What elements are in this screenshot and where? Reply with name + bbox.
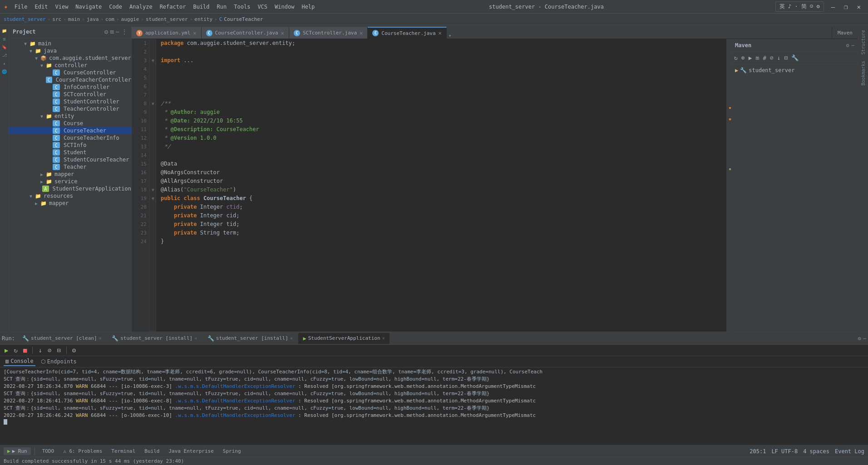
favorites-icon[interactable]: ★ bbox=[1, 60, 8, 67]
sidebar-settings-icon[interactable]: ⚙ bbox=[104, 28, 108, 35]
run-tab-close-4[interactable]: ✕ bbox=[382, 335, 385, 341]
tab-sct-ctrl[interactable]: C SCTcontroller.java ✕ bbox=[289, 27, 368, 39]
structure-icon[interactable]: ≡ bbox=[1, 35, 8, 43]
tab-close-cc[interactable]: ✕ bbox=[281, 30, 284, 36]
spring-btn[interactable]: Spring bbox=[219, 447, 245, 455]
run-stop-btn[interactable]: ■ bbox=[21, 346, 29, 355]
status-indent[interactable]: 4 spaces bbox=[803, 448, 829, 455]
fold-marker-3[interactable]: ▼ bbox=[150, 56, 156, 65]
minimize-button[interactable]: — bbox=[828, 2, 838, 11]
console-tab-console[interactable]: ▥ Console bbox=[4, 357, 35, 366]
right-vtab-bookmarks[interactable]: Bookmarks bbox=[860, 58, 867, 88]
menu-file[interactable]: File bbox=[12, 3, 30, 11]
tree-item-course-teacher[interactable]: C CourseTeacher bbox=[9, 127, 131, 134]
tree-item-resources[interactable]: ▼ 📁 resources bbox=[9, 192, 131, 200]
maven-item-student-server[interactable]: ▶ 🔧 student_server bbox=[733, 66, 856, 74]
tab-dropdown[interactable]: ▾ bbox=[449, 33, 452, 39]
run-settings-btn[interactable]: ⚙ bbox=[70, 346, 78, 355]
breadcrumb-project[interactable]: student_server bbox=[4, 16, 46, 22]
tab-close-ct[interactable]: ✕ bbox=[439, 30, 442, 36]
run-scroll-end-btn[interactable]: ↓ bbox=[36, 346, 44, 355]
tree-item-teacher-ctrl[interactable]: C TeacherController bbox=[9, 105, 131, 113]
run-tab-2[interactable]: 🔧 student_server [install] ✕ bbox=[107, 333, 202, 344]
maximize-button[interactable]: ❐ bbox=[840, 2, 851, 11]
sidebar-gear-icon[interactable]: ⋮ bbox=[121, 28, 128, 35]
tree-item-info-ctrl[interactable]: C InfoController bbox=[9, 83, 131, 91]
tree-item-controller[interactable]: ▼ 📁 controller bbox=[9, 62, 131, 69]
tree-item-teacher[interactable]: C Teacher bbox=[9, 163, 131, 171]
right-vtab-structure[interactable]: Structure bbox=[860, 27, 867, 57]
run-tab-1[interactable]: 🔧 student_server [clean] ✕ bbox=[18, 333, 106, 344]
breadcrumb-com[interactable]: com bbox=[105, 16, 114, 22]
build-btn[interactable]: Build bbox=[141, 447, 163, 455]
tab-course-teacher[interactable]: C CourseTeacher.java ✕ bbox=[368, 27, 446, 39]
bookmarks-icon[interactable]: 🔖 bbox=[1, 44, 8, 51]
sidebar-collapse-icon[interactable]: − bbox=[116, 28, 119, 35]
menu-edit[interactable]: Edit bbox=[32, 3, 51, 11]
status-line-col[interactable]: 205:1 bbox=[750, 448, 766, 455]
menu-build[interactable]: Build bbox=[190, 3, 212, 11]
menu-navigate[interactable]: Navigate bbox=[73, 3, 104, 11]
breadcrumb-main[interactable]: main bbox=[68, 16, 80, 22]
maven-refresh-btn[interactable]: ↻ bbox=[733, 54, 739, 62]
tree-item-entity[interactable]: ▼ 📁 entity bbox=[9, 113, 131, 120]
maven-skip-test-btn[interactable]: # ⊘ bbox=[762, 54, 774, 62]
maven-settings-icon[interactable]: ⚙ bbox=[846, 42, 849, 49]
project-icon[interactable]: 📁 bbox=[1, 27, 8, 34]
tab-course-ctrl[interactable]: C CourseController.java ✕ bbox=[202, 27, 289, 39]
tree-item-course-controller[interactable]: C CourseController bbox=[9, 69, 131, 76]
menu-vcs[interactable]: VCS bbox=[255, 3, 270, 11]
maven-debug-btn[interactable]: m bbox=[755, 54, 760, 62]
tree-item-app[interactable]: A StudentServerApplication bbox=[9, 185, 131, 192]
run-tab-close-3[interactable]: ✕ bbox=[290, 335, 293, 341]
bottom-settings-icon[interactable]: ⚙ bbox=[858, 335, 861, 342]
code-content[interactable]: package com.auggie.student_server.entity… bbox=[156, 39, 726, 332]
run-tab-3[interactable]: 🔧 student_server [install] ✕ bbox=[203, 333, 298, 344]
java-enterprise-btn[interactable]: Java Enterprise bbox=[165, 447, 217, 455]
menu-view[interactable]: View bbox=[52, 3, 71, 11]
tree-item-res-mapper[interactable]: ▶ 📁 mapper bbox=[9, 200, 131, 207]
tree-item-sct-ctrl[interactable]: C SCTcontroller bbox=[9, 91, 131, 98]
maven-search-btn[interactable]: 🔧 bbox=[790, 54, 799, 62]
problems-btn[interactable]: ⚠ 6: Problems bbox=[59, 447, 106, 455]
tree-item-ct-info[interactable]: C CourseTeacherInfo bbox=[9, 134, 131, 142]
menu-help[interactable]: Help bbox=[299, 3, 317, 11]
maven-add-btn[interactable]: ⊕ bbox=[740, 54, 746, 62]
tree-item-package[interactable]: ▼ 📦 com.auggie.student_server bbox=[9, 54, 131, 62]
fold-marker-18[interactable]: ▼ bbox=[150, 186, 156, 194]
tree-item-sct-info[interactable]: C SCTInfo bbox=[9, 142, 131, 149]
fold-marker-8[interactable]: ▼ bbox=[150, 99, 156, 108]
menu-window[interactable]: Window bbox=[272, 3, 297, 11]
menu-run[interactable]: Run bbox=[214, 3, 230, 11]
tree-item-course-teacher-ctrl[interactable]: C CourseTeacherController bbox=[9, 76, 131, 83]
menu-refactor[interactable]: Refactor bbox=[157, 3, 189, 11]
tree-item-student-ctrl[interactable]: C StudentController bbox=[9, 98, 131, 105]
tree-item-mapper[interactable]: ▶ 📁 mapper bbox=[9, 171, 131, 178]
breadcrumb-src[interactable]: src bbox=[52, 16, 61, 22]
tree-item-java[interactable]: ▼ 📁 java bbox=[9, 47, 131, 54]
run-tab-4[interactable]: ▶ StudentServerApplication ✕ bbox=[298, 333, 390, 344]
tree-item-student[interactable]: C Student bbox=[9, 149, 131, 156]
event-log-btn[interactable]: Event Log bbox=[835, 448, 864, 455]
terminal-btn[interactable]: Terminal bbox=[108, 447, 139, 455]
run-rerun-btn[interactable]: ↻ bbox=[12, 346, 19, 355]
console-output[interactable]: [CourseTeacherInfo(cid=7, tid=4, cname=数… bbox=[0, 367, 868, 445]
close-button[interactable]: ✕ bbox=[853, 2, 864, 11]
maven-download-btn[interactable]: ↓ bbox=[776, 54, 782, 62]
tree-item-sct[interactable]: C StudentCourseTeacher bbox=[9, 156, 131, 163]
breadcrumb-student-server[interactable]: student_server bbox=[146, 16, 188, 22]
web-icon[interactable]: 🌐 bbox=[1, 68, 8, 75]
git-icon[interactable]: ⎇ bbox=[1, 52, 8, 59]
todo-btn[interactable]: TODO bbox=[39, 447, 58, 455]
tab-close-yaml[interactable]: ✕ bbox=[193, 30, 196, 36]
bottom-close-icon[interactable]: − bbox=[863, 335, 866, 342]
tree-item-main[interactable]: ▼ 📁 main bbox=[9, 40, 131, 47]
maven-tab[interactable]: Maven bbox=[832, 27, 858, 39]
console-tab-endpoints[interactable]: ⬡ Endpoints bbox=[39, 357, 79, 366]
run-clear-btn[interactable]: ⊘ bbox=[46, 346, 53, 355]
maven-expand-icon[interactable]: − bbox=[851, 42, 854, 49]
maven-run-btn[interactable]: ▶ bbox=[748, 54, 753, 62]
tab-close-sct[interactable]: ✕ bbox=[360, 30, 363, 36]
breadcrumb-auggie[interactable]: auggie bbox=[121, 16, 139, 22]
menu-analyze[interactable]: Analyze bbox=[127, 3, 155, 11]
